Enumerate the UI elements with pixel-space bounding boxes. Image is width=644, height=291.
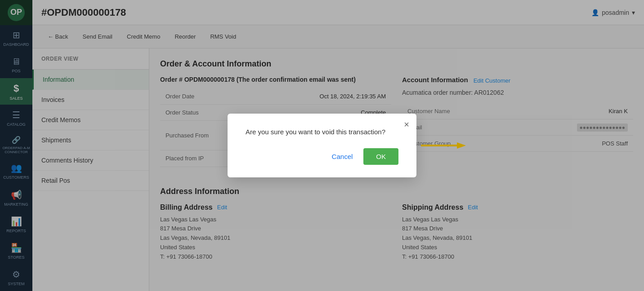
dialog-close-button[interactable]: ×: [404, 120, 409, 129]
cancel-button[interactable]: Cancel: [326, 149, 358, 164]
dialog-message: Are you sure you want to void this trans…: [246, 128, 398, 136]
arrow-annotation: [421, 139, 466, 152]
dialog-container: × Are you sure you want to void this tra…: [228, 114, 416, 177]
modal-overlay: × Are you sure you want to void this tra…: [0, 0, 644, 291]
arrow-svg: [421, 139, 466, 152]
svg-marker-1: [457, 142, 466, 149]
dialog-actions: Cancel OK: [246, 148, 398, 165]
ok-button[interactable]: OK: [363, 148, 398, 165]
void-dialog: × Are you sure you want to void this tra…: [228, 114, 416, 177]
